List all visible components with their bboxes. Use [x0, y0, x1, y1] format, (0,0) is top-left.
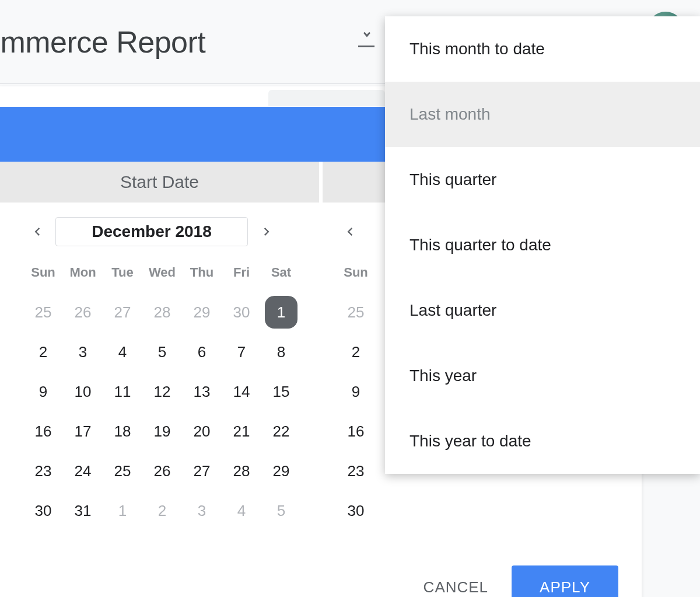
- calendar-day[interactable]: 3: [182, 491, 222, 530]
- preset-option[interactable]: This year: [385, 343, 700, 409]
- calendar-day[interactable]: 14: [222, 372, 261, 411]
- preset-option[interactable]: This quarter to date: [385, 212, 700, 278]
- prev-month-button[interactable]: [23, 219, 50, 245]
- day-header: Mon: [63, 253, 103, 292]
- calendar-day[interactable]: 16: [336, 411, 376, 451]
- cancel-button[interactable]: CANCEL: [424, 578, 488, 596]
- calendar-day[interactable]: 27: [103, 292, 142, 332]
- calendar-nav: December 2018: [23, 214, 301, 249]
- preset-option[interactable]: This quarter: [385, 147, 700, 212]
- calendar-day[interactable]: 28: [222, 451, 261, 491]
- day-header: Thu: [182, 253, 222, 292]
- calendar-day[interactable]: 23: [23, 451, 63, 491]
- calendar-day[interactable]: 2: [142, 491, 182, 530]
- calendar-day[interactable]: 25: [336, 292, 376, 332]
- calendar-day[interactable]: 22: [261, 411, 301, 451]
- day-header: Sun: [336, 253, 376, 292]
- calendar-day[interactable]: 31: [63, 491, 103, 530]
- calendar-day[interactable]: 30: [23, 491, 63, 530]
- calendar-day[interactable]: 27: [182, 451, 222, 491]
- calendar-day[interactable]: 12: [142, 372, 182, 411]
- day-header: Fri: [222, 253, 261, 292]
- calendar-day[interactable]: 26: [63, 292, 103, 332]
- calendar-day[interactable]: 17: [63, 411, 103, 451]
- prev-month-button[interactable]: [336, 219, 362, 245]
- preset-option[interactable]: This month to date: [385, 16, 700, 82]
- calendar-day[interactable]: 1: [265, 296, 298, 329]
- day-header: Tue: [103, 253, 142, 292]
- start-date-tab[interactable]: Start Date: [0, 162, 319, 203]
- calendar-day[interactable]: 2: [23, 332, 63, 372]
- preset-option[interactable]: This year to date: [385, 409, 700, 474]
- calendar-day[interactable]: 21: [222, 411, 261, 451]
- start-calendar: December 2018 SunMonTueWedThuFriSat25262…: [23, 214, 301, 530]
- calendar-day[interactable]: 20: [182, 411, 222, 451]
- calendar-day[interactable]: 16: [23, 411, 63, 451]
- page-title: ommerce Report: [0, 25, 205, 60]
- calendar-day[interactable]: 6: [182, 332, 222, 372]
- calendar-day[interactable]: 4: [103, 332, 142, 372]
- calendar-day[interactable]: 3: [63, 332, 103, 372]
- calendar-day[interactable]: 19: [142, 411, 182, 451]
- calendar-day[interactable]: 5: [261, 491, 301, 530]
- calendar-day[interactable]: 15: [261, 372, 301, 411]
- end-calendar: Sun2529162330: [336, 214, 376, 530]
- calendar-day[interactable]: 25: [103, 451, 142, 491]
- calendar-day[interactable]: 28: [142, 292, 182, 332]
- calendar-day[interactable]: 24: [63, 451, 103, 491]
- calendar-day[interactable]: 29: [182, 292, 222, 332]
- calendar-day[interactable]: 30: [222, 292, 261, 332]
- preset-option[interactable]: Last quarter: [385, 278, 700, 343]
- calendar-day[interactable]: 13: [182, 372, 222, 411]
- calendar-day[interactable]: 8: [261, 332, 301, 372]
- calendar-day[interactable]: 9: [23, 372, 63, 411]
- day-header: Sat: [261, 253, 301, 292]
- calendar-day[interactable]: 7: [222, 332, 261, 372]
- day-header: Wed: [142, 253, 182, 292]
- calendar-day[interactable]: 29: [261, 451, 301, 491]
- date-preset-menu: This month to dateLast monthThis quarter…: [385, 16, 700, 474]
- calendar-day[interactable]: 1: [103, 491, 142, 530]
- calendar-day[interactable]: 25: [23, 292, 63, 332]
- calendar-grid: SunMonTueWedThuFriSat2526272829301234567…: [23, 253, 301, 530]
- calendar-day[interactable]: 9: [336, 372, 376, 411]
- apply-button[interactable]: APPLY: [512, 565, 618, 597]
- download-icon[interactable]: [358, 25, 376, 46]
- calendar-day[interactable]: 4: [222, 491, 261, 530]
- day-header: Sun: [23, 253, 63, 292]
- calendar-day[interactable]: 30: [336, 491, 376, 530]
- calendar-day[interactable]: 2: [336, 332, 376, 372]
- next-month-button[interactable]: [254, 219, 280, 245]
- calendar-day[interactable]: 10: [63, 372, 103, 411]
- calendar-grid: Sun2529162330: [336, 253, 376, 530]
- calendar-day[interactable]: 18: [103, 411, 142, 451]
- calendar-day[interactable]: 23: [336, 451, 376, 491]
- calendar-day[interactable]: 26: [142, 451, 182, 491]
- calendar-day[interactable]: 5: [142, 332, 182, 372]
- preset-option[interactable]: Last month: [385, 82, 700, 147]
- calendar-nav: [336, 214, 376, 249]
- panel-footer: CANCEL APPLY: [0, 548, 642, 597]
- month-select[interactable]: December 2018: [55, 217, 248, 246]
- calendar-day[interactable]: 11: [103, 372, 142, 411]
